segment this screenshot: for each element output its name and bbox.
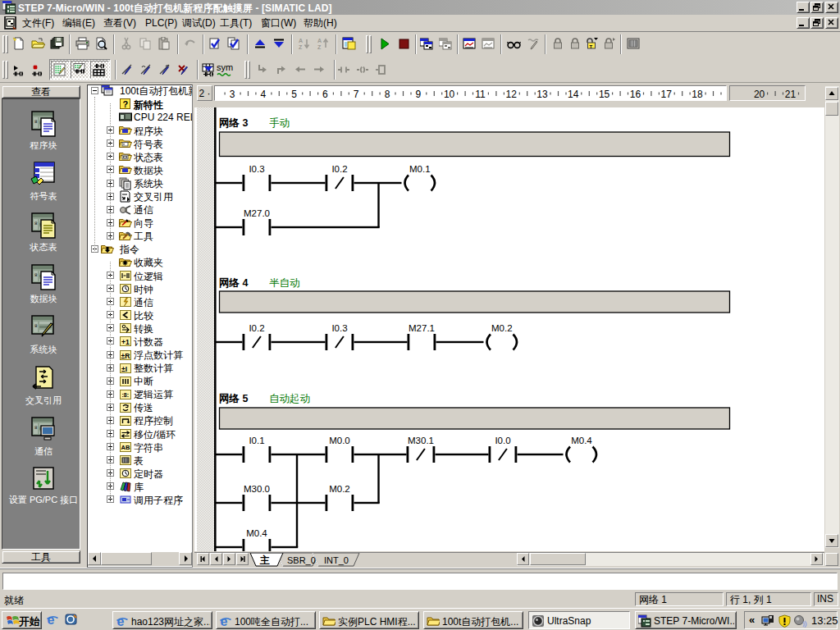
svg-text:12: 12 bbox=[506, 89, 518, 100]
svg-text:自动起动: 自动起动 bbox=[269, 393, 310, 404]
svg-text:M30.1: M30.1 bbox=[408, 436, 434, 445]
svg-text:A: A bbox=[299, 38, 303, 43]
svg-text:5: 5 bbox=[291, 89, 297, 100]
svg-text:A: A bbox=[317, 38, 322, 43]
svg-text:M0.4: M0.4 bbox=[246, 528, 267, 538]
svg-text:e: e bbox=[117, 614, 125, 628]
svg-text:8: 8 bbox=[385, 89, 390, 100]
svg-text:AB: AB bbox=[121, 444, 130, 451]
svg-text:?: ? bbox=[123, 99, 129, 109]
svg-text:7: 7 bbox=[354, 89, 359, 100]
svg-text:e: e bbox=[221, 614, 228, 628]
svg-text:4: 4 bbox=[260, 89, 266, 100]
svg-text:M0.2: M0.2 bbox=[329, 484, 350, 494]
svg-text:I0.2: I0.2 bbox=[331, 164, 347, 174]
svg-text:I0.3: I0.3 bbox=[249, 164, 264, 174]
svg-text:3: 3 bbox=[230, 89, 235, 100]
svg-text:网络 3: 网络 3 bbox=[219, 117, 248, 129]
svg-text:14: 14 bbox=[568, 89, 579, 100]
svg-text:9: 9 bbox=[415, 89, 421, 100]
svg-text:+1: +1 bbox=[121, 338, 130, 346]
svg-text:M30.0: M30.0 bbox=[244, 484, 270, 494]
svg-text:Z: Z bbox=[299, 44, 303, 50]
svg-text:±I: ±I bbox=[121, 364, 127, 372]
svg-text:16: 16 bbox=[630, 89, 641, 100]
svg-text:20: 20 bbox=[754, 89, 765, 100]
svg-text:18: 18 bbox=[692, 89, 703, 100]
svg-text:M0.1: M0.1 bbox=[409, 164, 431, 174]
svg-text:±R: ±R bbox=[121, 351, 130, 359]
svg-text:8: 8 bbox=[34, 425, 38, 431]
svg-text:I0.3: I0.3 bbox=[331, 323, 347, 333]
svg-text:网络 5: 网络 5 bbox=[219, 393, 248, 404]
svg-text:13: 13 bbox=[536, 89, 548, 100]
svg-text:M27.0: M27.0 bbox=[244, 208, 270, 218]
svg-text:8: 8 bbox=[34, 272, 38, 278]
svg-text:21: 21 bbox=[785, 89, 797, 100]
svg-text:15: 15 bbox=[599, 89, 610, 100]
svg-text:I0.2: I0.2 bbox=[249, 323, 264, 333]
svg-text:10: 10 bbox=[444, 89, 455, 100]
svg-text:主: 主 bbox=[259, 555, 270, 566]
svg-text:e: e bbox=[48, 613, 55, 626]
svg-text:17: 17 bbox=[661, 89, 673, 100]
svg-text:M0.0: M0.0 bbox=[329, 436, 350, 445]
svg-text::8:: :8: bbox=[122, 392, 130, 398]
svg-text:8: 8 bbox=[34, 221, 38, 226]
svg-text:Z: Z bbox=[317, 44, 322, 50]
svg-text:I0.0: I0.0 bbox=[495, 436, 510, 445]
svg-text:手动: 手动 bbox=[269, 117, 290, 129]
svg-text:11: 11 bbox=[475, 89, 486, 100]
svg-text:M0.2: M0.2 bbox=[491, 323, 513, 333]
svg-text:8: 8 bbox=[34, 323, 38, 329]
svg-text:M0.4: M0.4 bbox=[571, 436, 592, 445]
svg-text:SBR_0: SBR_0 bbox=[287, 555, 316, 565]
svg-text:M27.1: M27.1 bbox=[409, 323, 435, 333]
svg-text:8: 8 bbox=[34, 119, 38, 125]
svg-text:半自动: 半自动 bbox=[269, 277, 300, 289]
svg-text:网络 4: 网络 4 bbox=[219, 277, 248, 289]
svg-text:I0.1: I0.1 bbox=[249, 436, 264, 445]
svg-text:T: T bbox=[590, 44, 593, 49]
svg-text:INT_0: INT_0 bbox=[324, 555, 349, 565]
svg-text:6: 6 bbox=[322, 89, 328, 100]
